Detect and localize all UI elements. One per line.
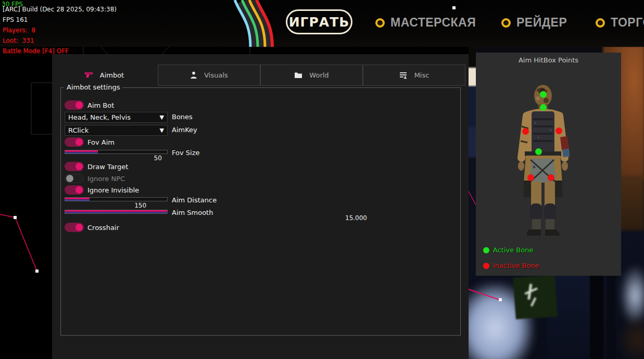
tab-label: Aimbot	[100, 71, 124, 79]
bones-dropdown[interactable]: Head, Neck, Pelvis ▼	[65, 112, 168, 123]
ignore-npc-label: Ignore NPC	[87, 175, 125, 183]
fov-size-label: Fov Size	[172, 149, 199, 157]
tab-label: Misc	[414, 71, 430, 79]
bone-point-left-thigh	[527, 174, 534, 181]
aim-smooth-label: Aim Smooth	[172, 209, 213, 216]
aim-smooth-value: 15.000	[345, 214, 367, 222]
slider-fill	[65, 210, 167, 213]
legend-active-bone: Active Bone	[483, 246, 533, 254]
tab-world[interactable]: World	[260, 65, 363, 86]
active-bone-dot-icon	[483, 247, 489, 253]
coin-icon	[375, 18, 385, 28]
menu-item-label: ТОРГОВ	[611, 16, 644, 30]
person-icon	[190, 71, 197, 79]
tab-aimbot[interactable]: Aimbot	[52, 65, 156, 86]
coin-icon	[501, 18, 511, 28]
toggle-knob	[75, 163, 83, 170]
draw-target-row: Draw Target	[65, 162, 356, 173]
fov-aim-label: Fov Aim	[87, 138, 115, 146]
coin-icon	[596, 18, 605, 28]
draw-target-toggle[interactable]	[65, 162, 84, 171]
fov-size-slider[interactable]	[65, 150, 168, 154]
tab-visuals[interactable]: Visuals	[158, 65, 260, 86]
player-model-preview	[507, 79, 585, 245]
ignore-invisible-row: Ignore Invisible	[65, 185, 356, 197]
crosshair-toggle[interactable]	[65, 223, 84, 232]
tab-label: World	[309, 71, 329, 79]
fov-size-row: 50 Fov Size	[65, 150, 356, 161]
players-line: Players: 8	[3, 27, 35, 34]
hitbox-panel-title: Aim HitBox Points	[476, 53, 621, 64]
toggle-knob	[75, 186, 83, 194]
loot-line: Loot: 331	[3, 37, 34, 44]
bones-label: Bones	[172, 113, 193, 121]
ignore-invisible-label: Ignore Invisible	[87, 186, 139, 194]
aim-bot-row: Aim Bot	[65, 100, 356, 112]
aim-smooth-slider[interactable]	[65, 210, 168, 214]
menu-item-raider[interactable]: РЕЙДЕР	[501, 16, 567, 30]
aim-bot-toggle[interactable]	[65, 100, 84, 110]
menu-item-label: РЕЙДЕР	[516, 16, 567, 30]
play-button[interactable]: ИГРАТЬ	[286, 9, 352, 34]
bone-point-head	[540, 91, 547, 98]
legend-label: Active Bone	[493, 246, 533, 254]
aimkey-label: AimKey	[172, 126, 197, 134]
toggle-knob	[75, 138, 83, 146]
toggle-knob	[75, 224, 83, 231]
crosshair-label: Crosshair	[87, 224, 119, 232]
aimkey-dropdown-value: RClick	[65, 126, 160, 134]
chevron-down-icon: ▼	[160, 127, 167, 134]
fov-size-value: 50	[154, 155, 162, 162]
aim-smooth-row: 15.000 Aim Smooth	[65, 210, 356, 221]
inactive-bone-dot-icon	[483, 263, 489, 269]
bones-dropdown-value: Head, Neck, Pelvis	[65, 113, 160, 121]
folder-icon	[294, 72, 302, 79]
menu-item-label: МАСТЕРСКАЯ	[390, 16, 476, 30]
rainbow-graffiti	[229, 0, 281, 47]
pistol-icon	[84, 72, 93, 79]
build-info: [ARC] Build (Dec 28 2025, 09:43:38)	[3, 6, 117, 13]
fps-line: FPS 161	[3, 16, 28, 23]
fov-aim-toggle[interactable]	[65, 137, 84, 147]
playlist-icon	[399, 72, 408, 79]
aim-distance-row: 150 Aim Distance	[65, 197, 356, 209]
aim-distance-label: Aim Distance	[172, 196, 217, 204]
hitbox-preview-panel: Aim HitBox Points	[476, 53, 621, 276]
aim-distance-value: 150	[134, 202, 146, 209]
tab-label: Visuals	[204, 71, 228, 79]
legend-inactive-bone: Inactive Bone	[483, 262, 539, 270]
crosshair-row: Crosshair	[65, 223, 356, 234]
aimkey-row: RClick ▼ AimKey	[65, 125, 356, 136]
bones-row: Head, Neck, Pelvis ▼ Bones	[65, 112, 356, 123]
bone-point-pelvis	[535, 148, 542, 155]
draw-target-label: Draw Target	[87, 163, 128, 171]
slider-fill	[65, 198, 90, 201]
menu-item-workshop[interactable]: МАСТЕРСКАЯ	[375, 16, 476, 30]
bone-point-right-shoulder	[555, 127, 562, 134]
fov-aim-row: Fov Aim	[65, 137, 356, 149]
ignore-npc-toggle[interactable]	[65, 174, 84, 183]
aim-bot-label: Aim Bot	[87, 101, 114, 109]
tab-misc[interactable]: Misc	[363, 65, 465, 86]
aimkey-dropdown[interactable]: RClick ▼	[65, 125, 168, 136]
bone-point-right-thigh	[548, 174, 554, 181]
groupbox-title: Aimbot settings	[64, 83, 122, 91]
bone-point-neck	[540, 104, 547, 111]
bone-point-left-shoulder	[522, 128, 529, 135]
slider-fill	[65, 150, 98, 153]
cheat-menu-panel: Aimbot Visuals World Misc Aimbot setting…	[52, 54, 469, 359]
toggle-knob	[66, 175, 73, 182]
toggle-knob	[75, 101, 83, 109]
ignore-invisible-toggle[interactable]	[65, 185, 84, 195]
chevron-down-icon: ▼	[160, 114, 167, 121]
aim-distance-slider[interactable]	[65, 197, 168, 201]
screen: ИГРАТЬ МАСТЕРСКАЯ РЕЙДЕР ТОРГОВ 30 FPS […	[0, 0, 644, 359]
ignore-npc-row: Ignore NPC	[65, 174, 356, 185]
menu-item-trade[interactable]: ТОРГОВ	[596, 16, 644, 30]
battle-mode-line: Battle Mode [F4] OFF	[3, 47, 69, 55]
legend-label: Inactive Bone	[493, 262, 539, 270]
marker-dot	[452, 6, 456, 9]
